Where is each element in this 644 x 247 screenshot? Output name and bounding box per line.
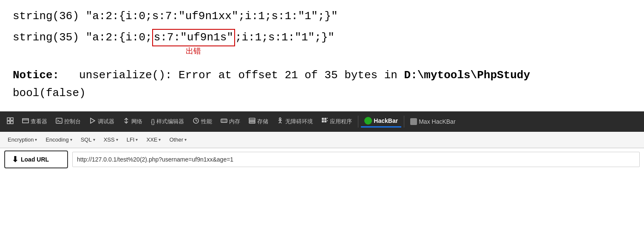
main-content: string(36) "a:2:{i:0;s:7:"uf9n1xx";i:1;s… (0, 0, 644, 111)
svg-line-24 (280, 122, 281, 123)
svg-rect-26 (324, 118, 326, 120)
svg-rect-3 (11, 121, 13, 124)
other-arrow: ▾ (184, 137, 187, 142)
devtools-maxhackbar[interactable]: Max HacKBar (407, 116, 459, 127)
other-menu[interactable]: Other ▾ (166, 135, 190, 144)
encoding-label: Encoding (45, 136, 68, 143)
encryption-menu[interactable]: Encryption ▾ (4, 135, 40, 144)
highlight-wrapper: s:7:"uf9n1s" 出错 (152, 29, 235, 62)
devtools-console[interactable]: 控制台 (52, 116, 84, 127)
xxe-arrow: ▾ (159, 137, 161, 142)
maxhackbar-label: Max HacKBar (419, 118, 455, 125)
lfi-arrow: ▾ (136, 137, 138, 142)
devtools-hackbar[interactable]: HackBar (361, 115, 401, 128)
other-label: Other (169, 136, 183, 143)
code-line-2: string(35) "a:2:{i:0; s:7:"uf9n1s" 出错 ;i… (13, 29, 631, 62)
xxe-menu[interactable]: XXE ▾ (143, 135, 164, 144)
load-url-label: Load URL (21, 156, 49, 163)
error-label: 出错 (186, 46, 201, 57)
svg-rect-4 (23, 119, 28, 123)
svg-rect-25 (322, 118, 324, 120)
svg-rect-2 (7, 121, 10, 124)
xxe-label: XXE (146, 136, 157, 143)
load-url-button[interactable]: ⬇ Load URL (4, 150, 68, 168)
storage-icon (249, 117, 255, 125)
svg-rect-19 (249, 122, 255, 123)
inspector-box-icon (22, 117, 29, 125)
encoding-menu[interactable]: Encoding ▾ (42, 135, 75, 144)
inspector-text: 查看器 (31, 118, 47, 125)
devtools-accessibility[interactable]: 无障碍环境 (273, 116, 316, 127)
lfi-menu[interactable]: LFI ▾ (123, 135, 142, 144)
devtools-inspector[interactable] (3, 116, 17, 127)
sql-menu[interactable]: SQL ▾ (77, 135, 99, 144)
accessibility-icon (277, 117, 284, 125)
svg-rect-30 (327, 120, 328, 121)
notice-line: Notice: unserialize(): Error at offset 2… (13, 69, 631, 82)
encoding-arrow: ▾ (70, 137, 72, 142)
lfi-label: LFI (127, 136, 135, 143)
encryption-label: Encryption (8, 136, 34, 143)
debugger-icon (89, 117, 96, 125)
svg-rect-1 (11, 118, 13, 120)
xss-menu[interactable]: XSS ▾ (100, 135, 122, 144)
memory-text: 内存 (229, 118, 240, 125)
svg-rect-29 (327, 118, 328, 119)
svg-rect-17 (249, 118, 255, 120)
devtools-sep-2 (404, 116, 404, 128)
download-icon: ⬇ (12, 155, 18, 164)
svg-rect-18 (249, 120, 255, 122)
hackbar-label: HackBar (374, 117, 398, 124)
encryption-arrow: ▾ (35, 137, 37, 142)
url-input[interactable] (72, 152, 640, 167)
hackbar-toolbar: Encryption ▾ Encoding ▾ SQL ▾ XSS ▾ LFI … (0, 132, 644, 148)
xss-label: XSS (104, 136, 115, 143)
svg-rect-0 (7, 118, 10, 120)
style-editor-text: 样式编辑器 (156, 118, 184, 125)
sql-label: SQL (81, 136, 92, 143)
devtools-bar: 查看器 控制台 调试器 网络 {} 样式编辑器 性能 内存 (0, 111, 644, 132)
console-icon (56, 117, 62, 125)
devtools-debugger[interactable]: 调试器 (86, 116, 118, 127)
sql-arrow: ▾ (93, 137, 95, 142)
code-line-1: string(36) "a:2:{i:0;s:7:"uf9n1xx";i:1;s… (13, 9, 631, 24)
devtools-apps[interactable]: 应用程序 (318, 116, 355, 127)
svg-rect-27 (322, 120, 324, 122)
svg-point-20 (279, 118, 281, 119)
svg-rect-28 (324, 120, 326, 122)
performance-text: 性能 (201, 118, 212, 125)
accessibility-text: 无障碍环境 (285, 118, 313, 125)
devtools-sep-1 (358, 116, 358, 128)
apps-icon (321, 117, 328, 125)
inspector-icon (7, 117, 14, 125)
style-editor-icon: {} (151, 118, 155, 125)
devtools-performance[interactable]: 性能 (189, 116, 216, 127)
devtools-memory[interactable]: 内存 (217, 116, 244, 127)
devtools-network[interactable]: 网络 (119, 116, 146, 127)
devtools-storage[interactable]: 存储 (245, 116, 272, 127)
memory-icon (221, 117, 227, 125)
network-icon (123, 117, 130, 125)
network-text: 网络 (131, 118, 142, 125)
notice-text: unserialize(): Error at offset 21 of 35 … (66, 69, 530, 82)
devtools-inspector-label[interactable]: 查看器 (19, 116, 51, 127)
svg-marker-8 (91, 118, 95, 123)
debugger-text: 调试器 (98, 118, 114, 125)
hackbar-url-bar: ⬇ Load URL (0, 148, 644, 171)
highlighted-text: s:7:"uf9n1s" (152, 29, 235, 46)
code-prefix: string(35) "a:2:{i:0; (13, 30, 152, 45)
console-text: 控制台 (64, 118, 81, 125)
storage-text: 存储 (257, 118, 268, 125)
apps-text: 应用程序 (330, 118, 352, 125)
notice-bold: Notice: (13, 69, 59, 82)
devtools-style-editor[interactable]: {} 样式编辑器 (148, 116, 187, 127)
xss-arrow: ▾ (116, 137, 118, 142)
svg-line-12 (196, 121, 197, 121)
bool-line: bool(false) (13, 87, 631, 99)
code-suffix: ;i:1;s:1:"1";}" (235, 30, 335, 45)
hackbar-icon (364, 117, 372, 125)
maxhackbar-icon (410, 118, 417, 125)
performance-icon (193, 117, 199, 125)
